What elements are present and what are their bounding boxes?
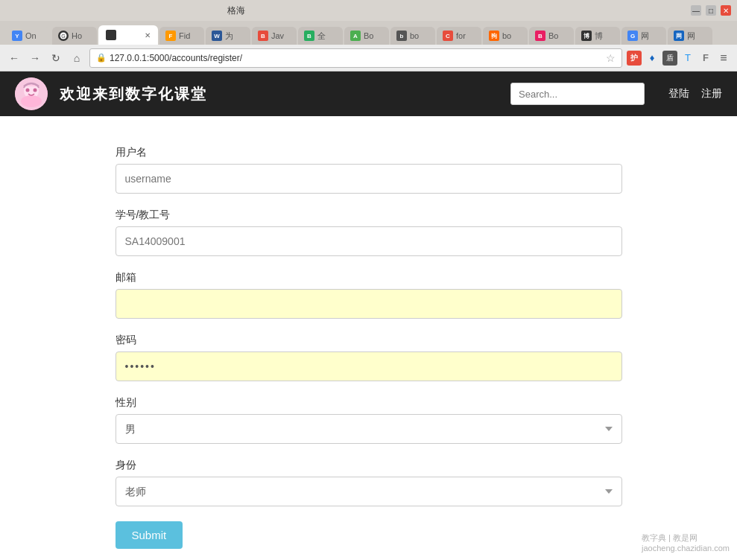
- role-group: 身份 老师 学生: [116, 459, 622, 506]
- username-input[interactable]: [116, 164, 622, 194]
- browser-tab-blog[interactable]: 博 博: [575, 27, 620, 45]
- tab-favicon-sou: 狗: [489, 31, 499, 41]
- tab-label-c: for: [456, 31, 466, 40]
- username-label: 用户名: [116, 146, 622, 159]
- window-controls: — □ ✕: [691, 5, 731, 16]
- tab-label-w2: 网: [687, 31, 695, 42]
- menu-button[interactable]: ≡: [716, 51, 731, 66]
- tab-favicon-ho: G: [58, 31, 69, 41]
- gender-label: 性别: [116, 396, 622, 410]
- tab-label-jav: Jav: [271, 31, 284, 40]
- url-lock-icon: 🔒: [96, 53, 107, 63]
- email-input[interactable]: zhyh2010: [116, 289, 622, 319]
- reload-button[interactable]: ↻: [48, 50, 64, 66]
- tab-favicon-bo1: A: [350, 31, 361, 41]
- extension-icon-2[interactable]: ♦: [645, 51, 659, 66]
- browser-tab-w2[interactable]: 网 网: [668, 27, 712, 45]
- tab-label-blog: 博: [595, 31, 603, 42]
- maximize-button[interactable]: □: [706, 5, 716, 16]
- svg-text:G: G: [61, 34, 65, 39]
- browser-tab-w[interactable]: W 为: [206, 27, 250, 45]
- tab-favicon-w: W: [212, 31, 222, 41]
- email-label: 邮箱: [116, 271, 622, 284]
- tab-favicon-w2: 网: [674, 31, 684, 41]
- extension-icon-5[interactable]: F: [698, 51, 713, 66]
- site-search-form: [510, 83, 645, 105]
- tab-favicon-c: C: [443, 31, 453, 41]
- gender-group: 性别 男 女: [116, 396, 622, 444]
- browser-tab-active[interactable]: ✕: [98, 25, 158, 45]
- tab-favicon-b1: B: [304, 31, 314, 41]
- svg-point-4: [21, 95, 42, 107]
- browser-tab-fid[interactable]: F Fid: [159, 27, 204, 45]
- tab-favicon-bo3: B: [535, 31, 545, 41]
- browser-titlebar: 格海 — □ ✕: [0, 0, 737, 21]
- browser-tab-ho[interactable]: G Ho: [52, 27, 97, 45]
- tab-favicon-active: [106, 30, 116, 40]
- browser-tab-bo3[interactable]: B Bo: [529, 27, 574, 45]
- tab-favicon-on: Y: [12, 31, 22, 41]
- tab-label-bo1: Bo: [364, 31, 373, 40]
- tab-label-g: 网: [641, 31, 649, 42]
- extension-icon-3[interactable]: 盾: [662, 51, 677, 66]
- url-text: 127.0.0.1:5000/accounts/register/: [110, 53, 603, 63]
- tab-label-on: On: [25, 31, 37, 40]
- register-link[interactable]: 注册: [701, 87, 722, 101]
- gender-select[interactable]: 男 女: [116, 414, 622, 444]
- tab-close-active[interactable]: ✕: [145, 31, 151, 39]
- tab-favicon-bo2: b: [396, 31, 407, 41]
- student-id-group: 学号/教工号: [116, 209, 622, 256]
- email-group: 邮箱 zhyh2010: [116, 271, 622, 319]
- minimize-button[interactable]: —: [691, 5, 701, 16]
- site-logo-image: [15, 77, 48, 110]
- nav-icon-group: 护 ♦ 盾 T F ≡: [627, 51, 731, 66]
- tab-label-b1: 全: [317, 31, 326, 42]
- browser-tab-g[interactable]: G 网: [621, 27, 666, 45]
- browser-tab-c[interactable]: C for: [437, 27, 481, 45]
- home-button[interactable]: ⌂: [69, 50, 85, 66]
- browser-tab-bo2[interactable]: b bo: [390, 27, 435, 45]
- url-star-icon[interactable]: ☆: [606, 52, 616, 64]
- tab-label-bo2: bo: [410, 31, 419, 40]
- site-navbar: 欢迎来到数字化课堂 登陆 注册: [0, 71, 737, 116]
- browser-tab-bar: Y On G Ho ✕ F Fid W 为 B Jav B 全 A Bo b b…: [0, 21, 737, 45]
- password-input[interactable]: [116, 351, 622, 381]
- login-link[interactable]: 登陆: [668, 87, 689, 101]
- tab-label-sou: bo: [502, 31, 511, 40]
- forward-button[interactable]: →: [27, 50, 43, 66]
- submit-button[interactable]: Submit: [116, 521, 183, 549]
- role-label: 身份: [116, 459, 622, 472]
- tab-label-bo3: Bo: [548, 31, 558, 40]
- register-form-container: 用户名 学号/教工号 邮箱 zhyh2010 密码 性别 男 女: [101, 146, 637, 560]
- browser-tab-on[interactable]: Y On: [6, 27, 51, 45]
- browser-tab-jav[interactable]: B Jav: [252, 27, 297, 45]
- site-nav-links: 登陆 注册: [668, 87, 722, 101]
- svg-point-5: [26, 89, 30, 92]
- browser-tab-bo1[interactable]: A Bo: [344, 27, 389, 45]
- password-group: 密码: [116, 334, 622, 381]
- tab-favicon-g: G: [627, 31, 638, 41]
- browser-tab-sou[interactable]: 狗 bo: [483, 27, 528, 45]
- extension-icon-1[interactable]: 护: [627, 51, 642, 66]
- back-button[interactable]: ←: [6, 50, 22, 66]
- url-bar[interactable]: 🔒 127.0.0.1:5000/accounts/register/ ☆: [89, 48, 622, 68]
- page-wrapper: 欢迎来到数字化课堂 登陆 注册 用户名 学号/教工号 邮箱 zhyh2010 密…: [0, 71, 737, 560]
- tab-label-fid: Fid: [179, 31, 190, 40]
- browser-title: 格海: [227, 4, 245, 17]
- role-select[interactable]: 老师 学生: [116, 477, 622, 506]
- extension-icon-4[interactable]: T: [680, 51, 695, 66]
- site-logo: [15, 77, 48, 110]
- tab-favicon-jav: B: [258, 31, 268, 41]
- tab-favicon-blog: 博: [581, 31, 592, 41]
- tab-label-ho: Ho: [72, 31, 82, 40]
- password-label: 密码: [116, 334, 622, 347]
- site-title: 欢迎来到数字化课堂: [60, 84, 207, 104]
- tab-favicon-fid: F: [165, 31, 176, 41]
- close-button[interactable]: ✕: [721, 5, 731, 16]
- student-id-label: 学号/教工号: [116, 209, 622, 222]
- site-search-input[interactable]: [510, 83, 645, 105]
- student-id-input[interactable]: [116, 226, 622, 256]
- svg-point-6: [34, 89, 37, 92]
- tab-label-w: 为: [225, 31, 233, 42]
- browser-tab-b1[interactable]: B 全: [298, 27, 343, 45]
